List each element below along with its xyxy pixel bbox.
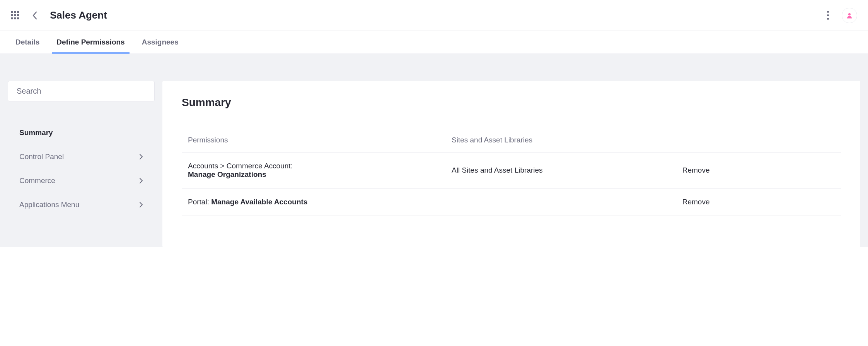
- remove-link[interactable]: Remove: [682, 198, 710, 206]
- cell-scope: All Sites and Asset Libraries: [445, 152, 676, 188]
- table-row: Accounts > Commerce Account: Manage Orga…: [182, 152, 841, 188]
- back-button[interactable]: [30, 11, 39, 20]
- sidebar-item-applications-menu[interactable]: Applications Menu: [8, 193, 155, 217]
- sidebar: Summary Control Panel Commerce Applicati…: [0, 54, 162, 247]
- tab-details[interactable]: Details: [15, 31, 39, 53]
- dot-icon: [827, 18, 829, 20]
- dot-icon: [827, 11, 829, 13]
- user-avatar[interactable]: [842, 8, 857, 23]
- chevron-right-icon: [139, 178, 143, 184]
- topbar-left: Sales Agent: [11, 9, 107, 21]
- remove-link[interactable]: Remove: [682, 166, 710, 174]
- sidebar-item-commerce[interactable]: Commerce: [8, 169, 155, 193]
- table-row: Portal: Manage Available Accounts Remove: [182, 188, 841, 216]
- col-action: [676, 136, 841, 152]
- chevron-right-icon: [139, 202, 143, 208]
- tab-define-permissions[interactable]: Define Permissions: [56, 31, 124, 53]
- content-area: Summary Control Panel Commerce Applicati…: [0, 54, 868, 247]
- col-scope: Sites and Asset Libraries: [445, 136, 676, 152]
- cell-permission: Accounts > Commerce Account: Manage Orga…: [182, 152, 445, 188]
- sidebar-item-label: Applications Menu: [19, 200, 79, 209]
- perm-prefix: Portal:: [188, 198, 211, 206]
- more-menu-button[interactable]: [823, 11, 832, 20]
- perm-bold: Manage Available Accounts: [211, 198, 307, 206]
- perm-prefix: Accounts > Commerce Account:: [188, 162, 293, 170]
- search-box[interactable]: [8, 81, 155, 101]
- sidebar-item-label: Commerce: [19, 176, 55, 185]
- search-input[interactable]: [17, 87, 146, 96]
- page-title: Sales Agent: [50, 9, 107, 21]
- cell-permission: Portal: Manage Available Accounts: [182, 188, 445, 216]
- user-icon: [846, 12, 853, 19]
- tab-assignees[interactable]: Assignees: [142, 31, 179, 53]
- cell-scope: [445, 188, 676, 216]
- svg-point-0: [848, 13, 851, 15]
- chevron-left-icon: [32, 11, 37, 20]
- main-panel: Summary Permissions Sites and Asset Libr…: [162, 81, 860, 247]
- permissions-table: Permissions Sites and Asset Libraries Ac…: [182, 136, 841, 216]
- sidebar-item-control-panel[interactable]: Control Panel: [8, 145, 155, 169]
- sidebar-item-label: Summary: [19, 128, 53, 137]
- topbar-right: [823, 8, 857, 23]
- tabs: Details Define Permissions Assignees: [0, 31, 868, 54]
- sidebar-item-label: Control Panel: [19, 152, 64, 161]
- topbar: Sales Agent: [0, 0, 868, 31]
- apps-grid-icon[interactable]: [11, 11, 19, 19]
- perm-bold: Manage Organizations: [188, 170, 266, 178]
- col-permissions: Permissions: [182, 136, 445, 152]
- dot-icon: [827, 14, 829, 16]
- chevron-right-icon: [139, 154, 143, 160]
- panel-title: Summary: [182, 96, 841, 109]
- sidebar-item-summary[interactable]: Summary: [8, 121, 155, 145]
